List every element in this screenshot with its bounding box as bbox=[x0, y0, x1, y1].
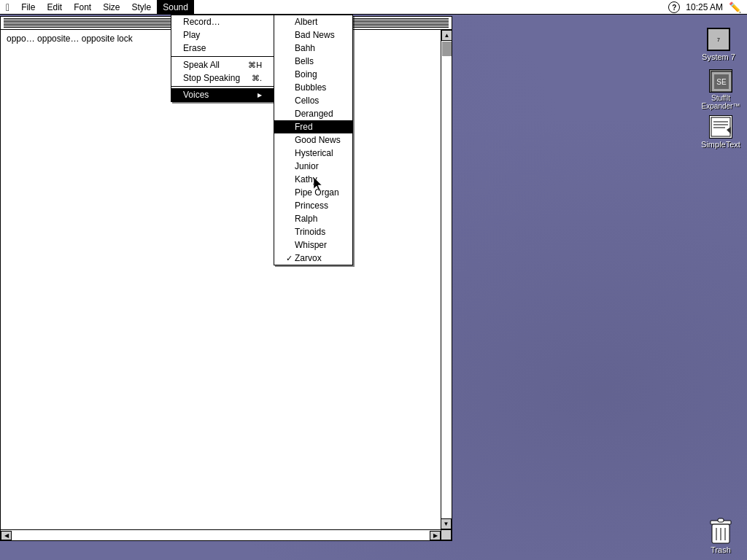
menu-edit[interactable]: Edit bbox=[41, 0, 68, 15]
voice-zarvox[interactable]: ✓Zarvox bbox=[274, 252, 352, 265]
window-text: oppo… opposite… opposite lock bbox=[7, 34, 133, 44]
scrollbar-vertical[interactable]: ▲ bbox=[441, 30, 452, 529]
voice-ralph[interactable]: Ralph bbox=[274, 212, 352, 225]
menu-sound[interactable]: Sound bbox=[157, 0, 194, 15]
voice-albert[interactable]: Albert bbox=[274, 15, 352, 28]
svg-rect-3 bbox=[711, 117, 730, 136]
stuffit-icon-image: SE bbox=[709, 69, 732, 93]
scroll-left-arrow[interactable]: ◀ bbox=[1, 531, 12, 540]
voice-good-news[interactable]: Good News bbox=[274, 133, 352, 147]
voice-whisper[interactable]: Whisper bbox=[274, 238, 352, 252]
voices-submenu: Albert Bad News Bahh Bells Boing Bubbles… bbox=[274, 15, 353, 265]
voice-boing[interactable]: Boing bbox=[274, 68, 352, 81]
svg-rect-9 bbox=[718, 518, 724, 522]
voice-trinoids[interactable]: Trinoids bbox=[274, 225, 352, 238]
sound-dropdown: Record… Play Erase Speak All ⌘H Stop Spe… bbox=[171, 15, 277, 102]
desktop-icon-trash[interactable]: Trash bbox=[695, 518, 746, 554]
simpletext-icon-image bbox=[709, 115, 732, 139]
simpletext-icon-label: SimpleText bbox=[695, 140, 746, 149]
shortcut-speak-all: ⌘H bbox=[248, 61, 262, 70]
scrollbar-horizontal[interactable]: ◀ ▶ bbox=[1, 529, 441, 540]
voice-bells[interactable]: Bells bbox=[274, 55, 352, 68]
voice-deranged[interactable]: Deranged bbox=[274, 107, 352, 120]
scroll-thumb[interactable] bbox=[442, 42, 452, 56]
voice-kathy[interactable]: Kathy bbox=[274, 173, 352, 186]
voice-bahh[interactable]: Bahh bbox=[274, 42, 352, 55]
desktop-icon-system7[interactable]: 7 System 7 bbox=[693, 28, 744, 61]
menu-size[interactable]: Size bbox=[97, 0, 125, 15]
menu-speak-all[interactable]: Speak All ⌘H bbox=[171, 58, 276, 71]
voice-hysterical[interactable]: Hysterical bbox=[274, 147, 352, 160]
system7-icon-label: System 7 bbox=[693, 52, 744, 61]
scroll-up-arrow[interactable]: ▲ bbox=[441, 30, 452, 41]
menubar-right: ? 10:25 AM ✏️ bbox=[668, 0, 741, 15]
menu-stop-speaking[interactable]: Stop Speaking ⌘. bbox=[171, 71, 276, 85]
menu-font[interactable]: Font bbox=[68, 0, 97, 15]
system7-icon-image: 7 bbox=[707, 28, 730, 51]
desktop-icon-simpletext[interactable]: SimpleText bbox=[695, 115, 746, 149]
menu-separator-2 bbox=[171, 86, 276, 87]
resize-corner[interactable] bbox=[441, 529, 452, 540]
voice-bad-news[interactable]: Bad News bbox=[274, 28, 352, 42]
help-icon[interactable]: ? bbox=[668, 1, 680, 13]
scroll-right-arrow[interactable]: ▶ bbox=[430, 531, 441, 540]
voice-fred[interactable]: Fred bbox=[274, 120, 352, 133]
menu-record[interactable]: Record… bbox=[171, 15, 276, 28]
shortcut-stop-speaking: ⌘. bbox=[252, 74, 262, 83]
voice-pipe-organ[interactable]: Pipe Organ bbox=[274, 186, 352, 199]
clock: 10:25 AM bbox=[686, 2, 723, 12]
voice-cellos[interactable]: Cellos bbox=[274, 94, 352, 107]
pencil-icon: ✏️ bbox=[729, 1, 741, 13]
menu-erase[interactable]: Erase bbox=[171, 42, 276, 55]
desktop-icon-stuffit[interactable]: SE StuffIt Expander™ bbox=[695, 69, 746, 110]
voice-bubbles[interactable]: Bubbles bbox=[274, 81, 352, 94]
voice-junior[interactable]: Junior bbox=[274, 160, 352, 173]
menu-play[interactable]: Play bbox=[171, 28, 276, 42]
menu-style[interactable]: Style bbox=[126, 0, 158, 15]
trash-icon-label: Trash bbox=[695, 545, 746, 554]
menu-voices[interactable]: Voices bbox=[171, 88, 276, 101]
scroll-down-arrow[interactable]: ▼ bbox=[441, 518, 452, 529]
menu-separator-1 bbox=[171, 56, 276, 57]
voice-princess[interactable]: Princess bbox=[274, 199, 352, 212]
menu-file[interactable]: File bbox=[15, 0, 41, 15]
apple-menu[interactable]:  bbox=[0, 0, 15, 15]
stuffit-icon-label: StuffIt Expander™ bbox=[695, 94, 746, 110]
svg-text:SE: SE bbox=[716, 78, 727, 86]
trash-icon-image bbox=[709, 518, 732, 544]
menubar:  File Edit Font Size Style Sound ? 10:2… bbox=[0, 0, 747, 15]
